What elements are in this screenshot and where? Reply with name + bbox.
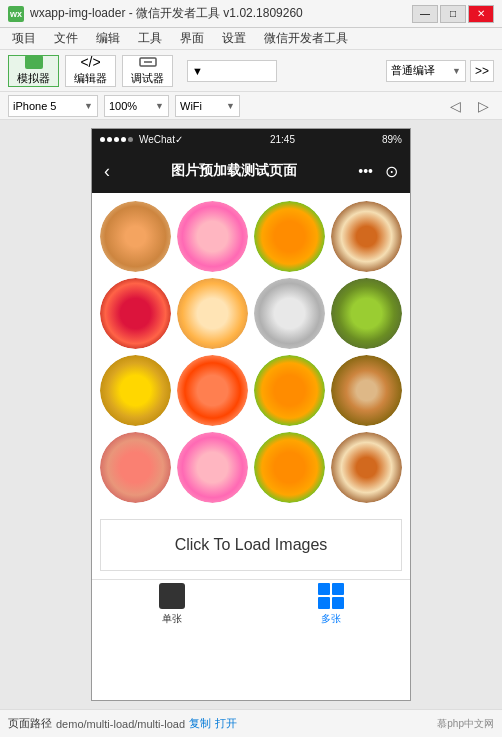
nav-record-icon[interactable]: ⊙ — [385, 162, 398, 181]
nav-back-icon[interactable]: ‹ — [104, 161, 110, 182]
nav-title: 图片预加载测试页面 — [171, 162, 297, 180]
single-tab-icon — [159, 583, 185, 609]
simulator-button[interactable]: 模拟器 — [8, 55, 59, 87]
zoom-chevron: ▼ — [155, 101, 164, 111]
tab-multi[interactable]: 多张 — [251, 583, 410, 626]
menu-bar: 项目 文件 编辑 工具 界面 设置 微信开发者工具 — [0, 28, 502, 50]
footer-open-link[interactable]: 打开 — [215, 716, 237, 731]
list-item — [100, 432, 171, 503]
list-item — [331, 278, 402, 349]
tab-bar: 单张 多张 — [92, 579, 410, 629]
window-title: wxapp-img-loader - 微信开发者工具 v1.02.1809260 — [30, 5, 303, 22]
single-tab-label: 单张 — [162, 612, 182, 626]
time-label: 21:45 — [270, 134, 295, 145]
list-item — [331, 432, 402, 503]
nav-menu-icon[interactable]: ••• — [358, 163, 373, 179]
debugger-button[interactable]: 调试器 — [122, 55, 173, 87]
phone-frame: WeChat✓ 21:45 89% ‹ 图片预加载测试页面 ••• ⊙ — [91, 128, 411, 701]
window-controls: — □ ✕ — [412, 5, 494, 23]
zoom-label: 100% — [109, 100, 137, 112]
footer-path: demo/multi-load/multi-load — [56, 718, 185, 730]
tab-single[interactable]: 单张 — [92, 583, 251, 626]
list-item — [177, 201, 248, 272]
editor-label: 编辑器 — [74, 71, 107, 86]
device-chevron: ▼ — [84, 101, 93, 111]
list-item — [254, 278, 325, 349]
list-item — [100, 355, 171, 426]
list-item — [254, 432, 325, 503]
multi-tab-label: 多张 — [321, 612, 341, 626]
phone-content: Click To Load Images 单张 多张 — [92, 193, 410, 700]
load-images-button[interactable]: Click To Load Images — [100, 519, 402, 571]
signal-dots: WeChat✓ — [100, 134, 183, 145]
menu-item-wechat[interactable]: 微信开发者工具 — [256, 28, 356, 49]
device-bar: iPhone 5 ▼ 100% ▼ WiFi ▼ ◁ ▷ — [0, 92, 502, 120]
status-bar: WeChat✓ 21:45 89% — [92, 129, 410, 149]
list-item — [254, 355, 325, 426]
editor-icon: </> — [82, 55, 100, 69]
menu-item-project[interactable]: 项目 — [4, 28, 44, 49]
simulator-icon — [25, 55, 43, 69]
list-item — [100, 278, 171, 349]
device-select[interactable]: iPhone 5 ▼ — [8, 95, 98, 117]
battery-label: 89% — [382, 134, 402, 145]
list-item — [100, 201, 171, 272]
maximize-button[interactable]: □ — [440, 5, 466, 23]
menu-item-file[interactable]: 文件 — [46, 28, 86, 49]
compile-label: ▼ — [192, 65, 203, 77]
main-area: WeChat✓ 21:45 89% ‹ 图片预加载测试页面 ••• ⊙ — [0, 120, 502, 709]
rotate-button[interactable]: ◁ — [444, 95, 466, 117]
encode-chevron: ▼ — [452, 66, 461, 76]
menu-item-settings[interactable]: 设置 — [214, 28, 254, 49]
footer-prefix: 页面路径 — [8, 716, 52, 731]
list-item — [177, 278, 248, 349]
network-select[interactable]: WiFi ▼ — [175, 95, 240, 117]
debugger-label: 调试器 — [131, 71, 164, 86]
image-grid — [92, 193, 410, 511]
debugger-icon — [139, 55, 157, 69]
encode-select[interactable]: 普通编译 ▼ — [386, 60, 466, 82]
simulator-label: 模拟器 — [17, 71, 50, 86]
encode-label: 普通编译 — [391, 63, 435, 78]
expand-button[interactable]: >> — [470, 60, 494, 82]
zoom-select[interactable]: 100% ▼ — [104, 95, 169, 117]
list-item — [331, 355, 402, 426]
device-label: iPhone 5 — [13, 100, 56, 112]
menu-item-edit[interactable]: 编辑 — [88, 28, 128, 49]
app-icon: wx — [8, 6, 24, 22]
footer-logo: 慕php中文网 — [437, 717, 494, 731]
list-item — [331, 201, 402, 272]
toolbar: 模拟器 </> 编辑器 调试器 ▼ 普通编译 ▼ >> — [0, 50, 502, 92]
wechat-nav-bar: ‹ 图片预加载测试页面 ••• ⊙ — [92, 149, 410, 193]
menu-item-ui[interactable]: 界面 — [172, 28, 212, 49]
footer-copy-link[interactable]: 复制 — [189, 716, 211, 731]
network-label: WiFi — [180, 100, 202, 112]
list-item — [254, 201, 325, 272]
list-item — [177, 432, 248, 503]
multi-tab-icon — [318, 583, 344, 609]
network-chevron: ▼ — [226, 101, 235, 111]
carrier-label: WeChat✓ — [139, 134, 183, 145]
title-bar: wx wxapp-img-loader - 微信开发者工具 v1.02.1809… — [0, 0, 502, 28]
editor-button[interactable]: </> 编辑器 — [65, 55, 116, 87]
audio-button[interactable]: ▷ — [472, 95, 494, 117]
footer: 页面路径 demo/multi-load/multi-load 复制 打开 慕p… — [0, 709, 502, 737]
logo-text: 慕php中文网 — [437, 718, 494, 729]
close-button[interactable]: ✕ — [468, 5, 494, 23]
menu-item-tools[interactable]: 工具 — [130, 28, 170, 49]
nav-icons: ••• ⊙ — [358, 162, 398, 181]
compile-dropdown[interactable]: ▼ — [187, 60, 277, 82]
list-item — [177, 355, 248, 426]
minimize-button[interactable]: — — [412, 5, 438, 23]
